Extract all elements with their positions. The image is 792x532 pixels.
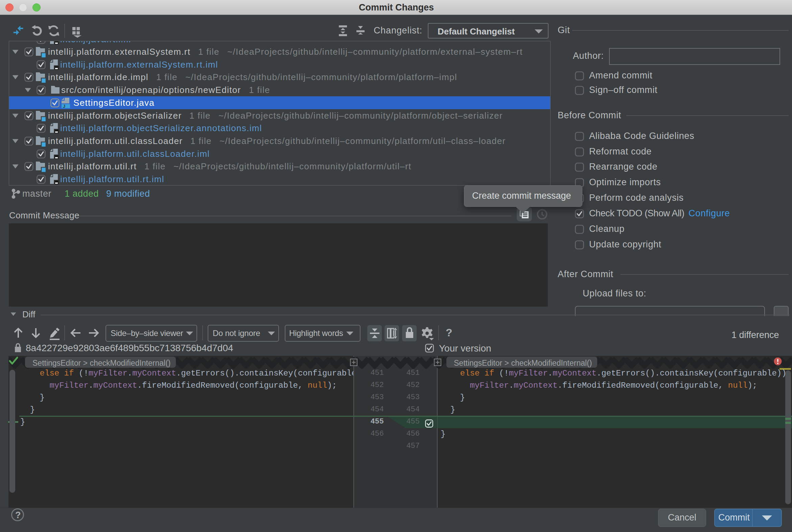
svg-text:J: J [63, 104, 65, 109]
